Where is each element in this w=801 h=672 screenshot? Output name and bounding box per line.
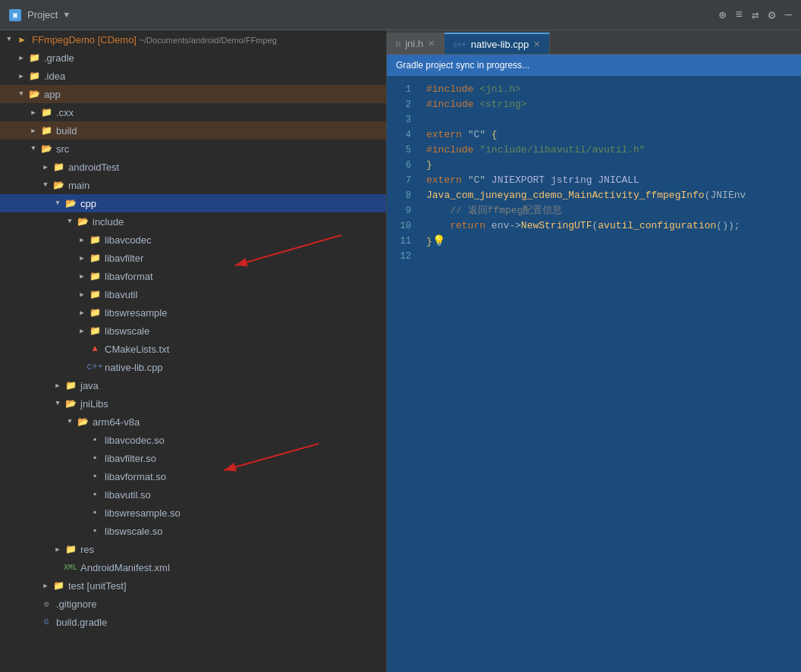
androidtest-label: androidTest (68, 162, 119, 173)
tree-item-include[interactable]: ▼ 📂 include (0, 212, 386, 231)
tree-item-gitignore[interactable]: ⚙ .gitignore (0, 595, 386, 613)
tree-root-item[interactable]: ▼ ▶ FFmpegDemo [CDemo] ~/Documents/andro… (0, 30, 386, 49)
editor-area[interactable]: 1 2 3 4 5 6 7 8 9 10 11 12 #include <jni… (387, 76, 801, 672)
tree-item-arm64[interactable]: ▼ 📂 arm64-v8a (0, 413, 386, 431)
status-text: Gradle project sync in progress... (396, 60, 529, 71)
tree-item-libavformat-so[interactable]: ▪ libavformat.so (0, 467, 386, 485)
tree-item-libswresample-so[interactable]: ▪ libswresample.so (0, 504, 386, 522)
layout-icon[interactable]: ⇄ (752, 8, 759, 23)
jni-h-close-icon[interactable]: ✕ (428, 39, 435, 49)
cxx-folder-icon: 📁 (39, 106, 53, 118)
tree-item-app[interactable]: ▼ 📂 app (0, 85, 386, 103)
tree-item-libavfilter-so[interactable]: ▪ libavfilter.so (0, 449, 386, 467)
app-folder-icon: 📂 (27, 88, 41, 100)
tree-item-libavutil[interactable]: ▶ 📁 libavutil (0, 285, 386, 303)
tree-item-main[interactable]: ▼ 📂 main (0, 176, 386, 194)
java-folder-icon: 📁 (64, 379, 77, 391)
tree-item-gradle[interactable]: ▶ 📁 .gradle (0, 49, 386, 67)
structure-icon[interactable]: ≡ (736, 8, 743, 22)
tree-item-libavcodec-so[interactable]: ▪ libavcodec.so (0, 431, 386, 449)
tree-item-test[interactable]: ▶ 📁 test [unitTest] (0, 576, 386, 595)
cxx-arrow: ▶ (27, 106, 39, 118)
tree-item-jnilibs[interactable]: ▼ 📂 jniLibs (0, 394, 386, 413)
line-num-1: 1 (390, 82, 411, 97)
tree-item-libswresample[interactable]: ▶ 📁 libswresample (0, 303, 386, 322)
libavfilter-arrow: ▶ (76, 252, 88, 264)
code-line-5: #include "include/libavutil/avutil.h" (426, 143, 792, 158)
gradle-file-icon: G (39, 616, 53, 628)
tree-item-java[interactable]: ▶ 📁 java (0, 376, 386, 394)
idea-arrow: ▶ (15, 70, 27, 82)
so-file-icon-2: ▪ (88, 452, 102, 464)
tree-item-libavformat[interactable]: ▶ 📁 libavformat (0, 267, 386, 285)
tab-bar: h jni.h ✕ c++ native-lib.cpp ✕ (387, 30, 801, 55)
gradle-folder-icon: 📁 (27, 52, 41, 64)
libswscale-label: libswscale (105, 325, 149, 337)
so-file-icon-5: ▪ (88, 507, 102, 519)
tree-item-idea[interactable]: ▶ 📁 .idea (0, 67, 386, 85)
line-num-11: 11 (390, 234, 411, 249)
native-lib-cpp-close-icon[interactable]: ✕ (533, 39, 540, 49)
tree-item-androidtest[interactable]: ▶ 📁 androidTest (0, 158, 386, 176)
main-label: main (68, 180, 90, 191)
root-label: FFmpegDemo [CDemo] ~/Documents/android/D… (32, 34, 277, 46)
settings-icon[interactable]: ⚙ (768, 8, 776, 23)
code-line-7: extern "C" JNIEXPORT jstring JNICALL (426, 173, 792, 188)
libavfilter-folder-icon: 📁 (88, 252, 102, 264)
tree-item-manifest[interactable]: XML AndroidManifest.xml (0, 558, 386, 576)
tab-jni-h[interactable]: h jni.h ✕ (387, 33, 444, 54)
code-line-2: #include <string> (426, 97, 792, 112)
java-label: java (80, 380, 99, 391)
minimize-icon[interactable]: — (784, 8, 792, 22)
tree-item-cpp[interactable]: ▼ 📂 cpp (0, 194, 386, 212)
cmake-arrow (76, 343, 88, 355)
line-numbers: 1 2 3 4 5 6 7 8 9 10 11 12 (387, 76, 417, 672)
libavformat-folder-icon: 📁 (88, 270, 102, 282)
tree-item-cmake[interactable]: ▲ CMakeLists.txt (0, 340, 386, 358)
java-arrow: ▶ (52, 379, 64, 391)
panel-dropdown-arrow[interactable]: ▼ (64, 11, 69, 20)
libavutil-label: libavutil (105, 289, 137, 300)
tree-item-src[interactable]: ▼ 📂 src (0, 140, 386, 158)
main-layout: ▼ ▶ FFmpegDemo [CDemo] ~/Documents/andro… (0, 30, 801, 672)
tree-item-libavfilter[interactable]: ▶ 📁 libavfilter (0, 249, 386, 267)
tree-item-libavutil-so[interactable]: ▪ libavutil.so (0, 485, 386, 504)
tree-item-libswscale[interactable]: ▶ 📁 libswscale (0, 322, 386, 340)
tree-item-libswscale-so[interactable]: ▪ libswscale.so (0, 522, 386, 540)
app-window: ▣ Project ▼ ⊕ ≡ ⇄ ⚙ — ▼ ▶ FFmpegDemo [ (0, 0, 801, 672)
tree-root: ▼ ▶ FFmpegDemo [CDemo] ~/Documents/andro… (0, 30, 386, 631)
code-editor[interactable]: #include <jni.h> #include <string> exter… (417, 76, 801, 672)
tree-item-res[interactable]: ▶ 📁 res (0, 540, 386, 558)
libavfilter-so-label: libavfilter.so (105, 453, 156, 464)
tree-item-build[interactable]: ▶ 📁 build (0, 121, 386, 140)
tree-item-cxx[interactable]: ▶ 📁 .cxx (0, 103, 386, 121)
arm64-label: arm64-v8a (93, 416, 140, 428)
tree-item-nativelib[interactable]: c++ native-lib.cpp (0, 358, 386, 376)
jnilibs-arrow: ▼ (52, 397, 64, 410)
build-label: build (56, 125, 77, 137)
so-file-icon-6: ▪ (88, 525, 102, 537)
src-label: src (56, 143, 69, 155)
libswscale-folder-icon: 📁 (88, 325, 102, 337)
test-label: test [unitTest] (68, 580, 127, 592)
line-num-2: 2 (390, 97, 411, 112)
status-bar: Gradle project sync in progress... (387, 55, 801, 76)
gradle-arrow: ▶ (15, 52, 27, 64)
build-arrow: ▶ (27, 124, 39, 137)
so-file-icon-4: ▪ (88, 488, 102, 501)
panel-title: Project (27, 9, 58, 20)
line-num-8: 8 (390, 188, 411, 203)
sync-icon[interactable]: ⊕ (719, 8, 727, 23)
code-line-6: } (426, 158, 792, 173)
tab-native-lib-cpp-label: native-lib.cpp (471, 39, 529, 50)
cpp-folder-icon: 📂 (64, 197, 77, 209)
tree-item-libavcodec[interactable]: ▶ 📁 libavcodec (0, 231, 386, 249)
arm64-folder-icon: 📂 (76, 416, 90, 428)
line-num-4: 4 (390, 127, 411, 143)
tree-item-buildgradle[interactable]: G build.gradle (0, 613, 386, 631)
project-panel[interactable]: ▼ ▶ FFmpegDemo [CDemo] ~/Documents/andro… (0, 30, 387, 672)
code-line-3 (426, 112, 792, 127)
libavutil-so-label: libavutil.so (105, 489, 151, 501)
tab-native-lib-cpp[interactable]: c++ native-lib.cpp ✕ (444, 33, 550, 54)
jnilibs-label: jniLibs (80, 398, 108, 410)
